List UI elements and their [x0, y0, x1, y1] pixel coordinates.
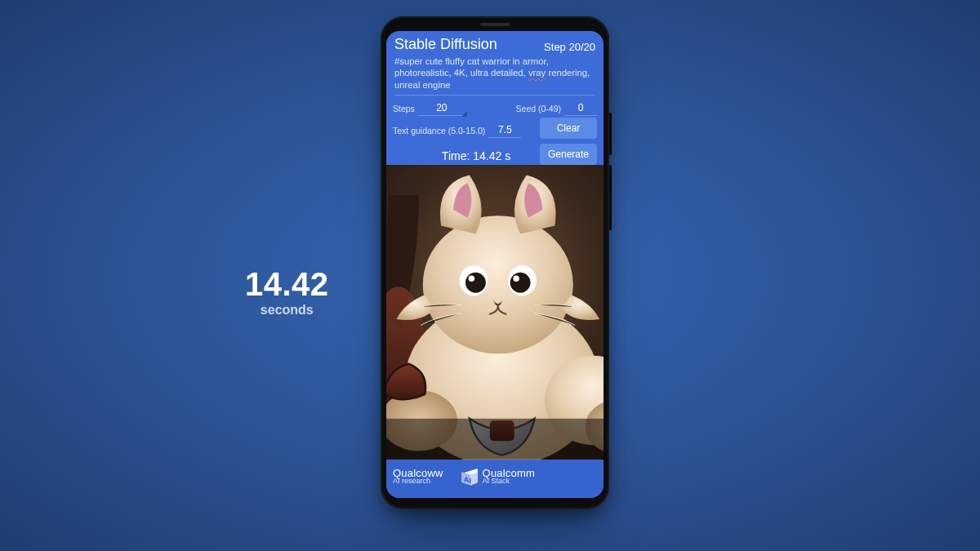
volume-button	[609, 165, 612, 230]
seed-value: 0	[578, 102, 584, 113]
svg-point-13	[513, 276, 519, 282]
cat-warrior-illustration	[386, 165, 604, 460]
guidance-label: Text guidance (5.0-15.0)	[393, 126, 485, 136]
phone-screen: Stable Diffusion Step 20/20 #super cute …	[386, 31, 604, 498]
generated-image	[386, 165, 604, 460]
steps-value: 20	[436, 102, 447, 113]
guidance-value: 7.5	[498, 124, 512, 136]
clear-button[interactable]: Clear	[540, 118, 597, 139]
app-header: Stable Diffusion Step 20/20 #super cute …	[386, 31, 604, 97]
elapsed-time-value: 14.42	[245, 268, 329, 300]
power-button	[609, 113, 612, 155]
svg-point-10	[466, 273, 486, 293]
seed-input[interactable]: 0	[564, 100, 597, 116]
svg-point-12	[469, 276, 474, 282]
app-title: Stable Diffusion	[394, 36, 497, 53]
brand1-sub: AI research	[393, 478, 443, 485]
phone-frame: Stable Diffusion Step 20/20 #super cute …	[381, 16, 609, 509]
svg-point-11	[510, 273, 531, 293]
prompt-text[interactable]: #super cute fluffy cat warrior in armor,…	[394, 56, 595, 96]
prompt-spellcheck-word: vray	[528, 68, 546, 78]
time-readout: Time: 14.42 s	[393, 144, 535, 164]
svg-rect-14	[386, 419, 604, 460]
params-panel: Steps 20 Seed (0-49) 0 Text guidance (5.…	[386, 97, 604, 165]
svg-point-7	[423, 216, 573, 354]
elapsed-time-callout: 14.42 seconds	[245, 268, 329, 317]
dropdown-icon[interactable]	[461, 111, 467, 117]
brand-bar: Qualcoww AI research AI Qualcomm AI Stac…	[386, 460, 604, 498]
stage: 14.42 seconds Stable Diffusion Step 20/2…	[0, 0, 980, 551]
brand-qualcomm-ai-research: Qualcoww AI research	[393, 468, 443, 485]
seed-label: Seed (0-49)	[516, 104, 561, 113]
guidance-input[interactable]: 7.5	[488, 122, 521, 138]
generate-button[interactable]: Generate	[540, 144, 597, 165]
steps-label: Steps	[393, 104, 415, 113]
brand2-sub: AI Stack	[483, 478, 535, 485]
step-counter: Step 20/20	[544, 41, 595, 53]
prompt-part-1: #super cute fluffy cat warrior in armor,…	[394, 56, 549, 78]
ai-stack-cube-icon: AI	[461, 469, 478, 485]
steps-input[interactable]: 20	[418, 100, 466, 116]
brand-qualcomm-ai-stack: AI Qualcomm AI Stack	[461, 468, 535, 485]
elapsed-time-unit: seconds	[245, 304, 329, 317]
